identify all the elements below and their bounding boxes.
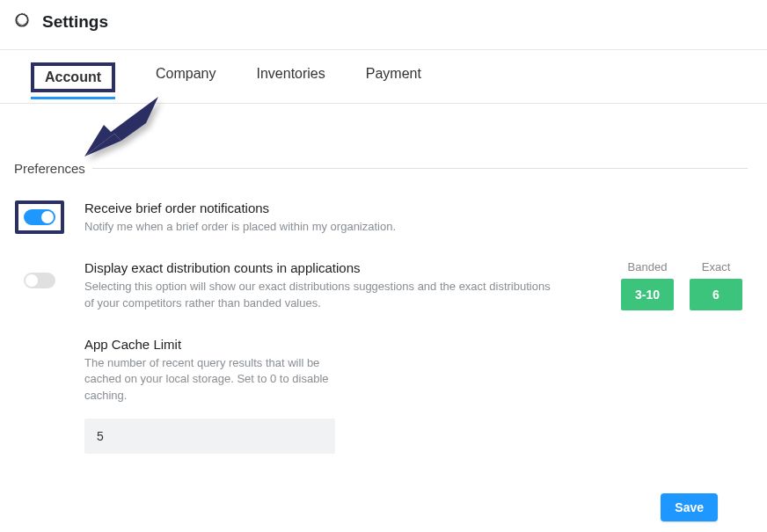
pref-cache-row: App Cache Limit The number of recent que…	[14, 337, 748, 455]
exact-value: 6	[690, 279, 742, 310]
pref-distribution-desc: Selecting this option will show our exac…	[84, 279, 551, 312]
page-title: Settings	[42, 12, 108, 32]
tab-payment[interactable]: Payment	[366, 62, 421, 92]
banded-label: Banded	[628, 260, 668, 273]
section-title: Preferences	[14, 161, 85, 176]
tab-company[interactable]: Company	[156, 62, 215, 92]
tabs-bar: Account Company Inventories Payment	[0, 49, 767, 104]
divider	[92, 168, 748, 169]
tab-account[interactable]: Account	[31, 62, 115, 92]
cache-limit-input[interactable]	[84, 419, 335, 454]
gear-icon	[12, 11, 32, 33]
save-button[interactable]: Save	[661, 493, 718, 521]
exact-label: Exact	[702, 260, 731, 273]
highlight-frame	[15, 200, 64, 234]
pref-notify-desc: Notify me when a brief order is placed w…	[84, 219, 551, 236]
page-header: Settings	[0, 0, 767, 49]
pref-notify-row: Receive brief order notifications Notify…	[14, 200, 748, 236]
pref-distribution-title: Display exact distribution counts in app…	[84, 260, 551, 275]
tab-inventories[interactable]: Inventories	[256, 62, 325, 92]
banded-value: 3-10	[621, 279, 674, 310]
pref-cache-desc: The number of recent query results that …	[84, 355, 348, 405]
distribution-examples: Banded 3-10 Exact 6	[621, 260, 748, 310]
toggle-notify[interactable]	[24, 209, 55, 225]
pref-notify-title: Receive brief order notifications	[84, 200, 551, 215]
pref-cache-title: App Cache Limit	[84, 337, 551, 352]
section-header: Preferences	[14, 161, 748, 176]
pref-distribution-row: Display exact distribution counts in app…	[14, 260, 748, 312]
toggle-distribution[interactable]	[24, 273, 55, 288]
